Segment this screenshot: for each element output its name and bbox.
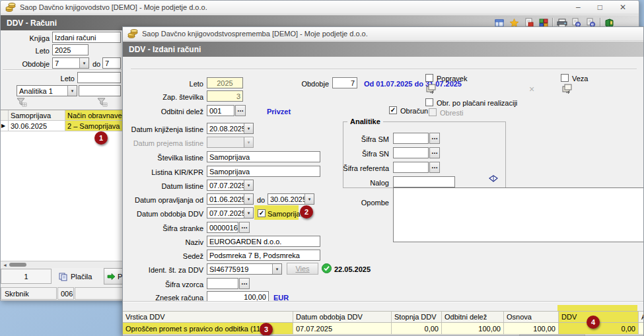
listina-kir-input[interactable]: Samoprijava — [207, 166, 320, 177]
obdobje-label: Obdobje — [6, 59, 50, 69]
sifra-referenta-lookup-button[interactable]: … — [429, 162, 440, 173]
leto-input[interactable]: 2025 — [52, 44, 89, 55]
close-icon[interactable]: ✕ — [620, 3, 626, 12]
form-obdobje-input[interactable]: 7 — [332, 77, 357, 88]
zap-stevilka-label: Zap. številka — [143, 92, 203, 102]
datum-opravljanja-do-select[interactable]: 30.06.2025 ▾ — [268, 193, 314, 205]
cell-nacin-obravnave[interactable]: 2 – Samoprijava — [65, 121, 124, 131]
cell-datum-obdobja[interactable]: 07.07.2025 — [293, 323, 392, 334]
col-datum-obdobja[interactable]: Datum obdobja DDV — [293, 312, 392, 322]
annotation-badge-4: 4 — [587, 316, 600, 329]
vat-grid-row[interactable]: Oproščen promet s pravico do odbitka (11… — [123, 323, 644, 335]
naziv-input[interactable]: EUROGARDEN d.o.o. — [207, 236, 320, 247]
filter-leto-label: Leto — [40, 73, 75, 84]
filter-funnel-icon[interactable] — [97, 98, 108, 107]
opombe-textarea[interactable] — [393, 187, 644, 242]
datum-knjizenja-label: Datum knjiženja listine — [136, 124, 203, 135]
datum-knjizenja-select[interactable]: 20.08.2025 ▾ — [207, 123, 254, 134]
sifra-sn-input[interactable] — [393, 147, 429, 158]
sifra-referenta-input[interactable] — [393, 162, 429, 173]
sifra-stranke-input[interactable]: 0000016 — [207, 222, 238, 233]
vies-button[interactable]: Vies — [287, 263, 318, 275]
cell-samoprijava[interactable]: 30.06.2025 — [9, 121, 65, 131]
col-osnova[interactable]: Osnova — [504, 312, 559, 322]
obracun-checkbox[interactable]: ✓ — [389, 106, 397, 114]
nalog-input[interactable] — [393, 176, 455, 187]
status-skrbnik: Skrbnik — [1, 287, 57, 300]
col-odbitni-delez[interactable]: Odbitni delež — [442, 312, 504, 322]
annotation-badge-1: 1 — [94, 131, 108, 145]
filter-leto-input[interactable] — [77, 72, 121, 83]
chevron-down-icon[interactable]: ▾ — [304, 194, 314, 204]
analitika-value-input[interactable] — [79, 85, 121, 96]
filter-funnel-icon[interactable] — [17, 98, 27, 107]
clear-veza-icon[interactable]: × — [529, 84, 534, 94]
main-window-title: Saop Davčno knjigovodstvo [DEMO] - Moje … — [20, 3, 207, 11]
chevron-down-icon[interactable]: ▾ — [244, 194, 253, 204]
cell-stopnja-ddv[interactable]: 0,00 — [392, 323, 442, 334]
samoprijava-checkbox[interactable]: ✓ — [258, 209, 266, 217]
form-obdobje-label: Obdobje — [276, 79, 329, 89]
sifra-vzorca-lookup-button[interactable]: … — [239, 278, 250, 289]
sifra-stranke-lookup-button[interactable]: … — [239, 222, 250, 233]
obdobje-do-input[interactable]: 7 — [102, 57, 121, 69]
scroll-left-icon[interactable]: ◄ — [1, 263, 9, 267]
column-header-samoprijava[interactable]: Samoprijava — [9, 110, 65, 120]
cell-av[interactable] — [639, 323, 644, 334]
datum-listine-select[interactable]: 07.07.2025 ▾ — [207, 180, 254, 191]
main-section-title: DDV - Računi — [7, 18, 57, 28]
horizontal-scrollbar[interactable]: ◄ — [1, 261, 124, 268]
chevron-down-icon[interactable]: ▾ — [67, 86, 77, 96]
obdobje-select[interactable]: 7 ▾ — [52, 57, 89, 69]
veza-link-icon[interactable] — [562, 84, 573, 94]
stevilka-listine-input[interactable]: Samoprijava — [207, 151, 320, 162]
analitika-select[interactable]: Analitika 1 ▾ — [17, 85, 77, 96]
status-operator: 006 — [57, 287, 74, 300]
row-marker-icon: ▶ — [1, 121, 9, 131]
coins-app-icon — [5, 3, 16, 12]
odbitni-delez-input[interactable]: 001 — [207, 105, 234, 116]
sifra-sm-lookup-button[interactable]: … — [429, 133, 440, 144]
green-arrow-icon — [107, 273, 116, 281]
chevron-down-icon[interactable]: ▾ — [244, 208, 253, 218]
main-titlebar[interactable]: Saop Davčno knjigovodstvo [DEMO] - Moje … — [1, 1, 639, 15]
col-av[interactable]: Av — [639, 312, 644, 322]
cell-osnova[interactable]: 100,00 — [504, 323, 559, 334]
cell-odbitni-delez[interactable]: 100,00 — [442, 323, 504, 334]
annotation-badge-2: 2 — [300, 205, 313, 218]
datum-opravljanja-od-select[interactable]: 01.06.2025 ▾ — [207, 193, 254, 205]
sedez-input[interactable]: Podsmreka 7 B, Podsmreka — [207, 250, 320, 261]
sifra-sn-lookup-button[interactable]: … — [429, 147, 440, 158]
vat-grid: Vrstica DDV Datum obdobja DDV Stopnja DD… — [123, 311, 644, 335]
placila-button[interactable]: Plačila — [56, 269, 94, 284]
chevron-down-icon[interactable]: ▾ — [272, 264, 281, 274]
veza-checkbox[interactable] — [561, 74, 569, 82]
divider — [131, 69, 637, 69]
obdobje-do-label: do — [92, 59, 102, 69]
col-stopnja-ddv[interactable]: Stopnja DDV — [392, 312, 442, 322]
popravek-link-icon[interactable] — [426, 84, 437, 94]
zap-stevilka-input: 3 — [207, 90, 243, 102]
chevron-down-icon[interactable]: ▾ — [244, 123, 253, 133]
datum-obdobja-select[interactable]: 07.07.2025 ▾ — [207, 207, 254, 218]
datum-opravljanja-do-label: do — [257, 195, 266, 205]
chevron-down-icon[interactable]: ▾ — [79, 58, 89, 68]
minimize-icon[interactable]: – — [576, 3, 581, 12]
sifra-vzorca-input[interactable] — [207, 278, 238, 289]
popravek-checkbox[interactable] — [425, 74, 433, 82]
col-vrstica-ddv[interactable]: Vrstica DDV — [123, 312, 293, 322]
divider — [3, 69, 122, 70]
knjiga-input[interactable]: Izdani računi — [52, 32, 121, 43]
maximize-icon[interactable]: □ — [598, 3, 602, 12]
ident-select[interactable]: SI46775919 ▾ — [207, 263, 282, 275]
table-row[interactable]: ▶ 30.06.2025 2 – Samoprijava — [1, 121, 124, 131]
notebook-icon[interactable] — [488, 174, 499, 183]
chevron-down-icon[interactable]: ▾ — [244, 180, 253, 190]
column-header-nacin-obravnave[interactable]: Način obravnave — [65, 110, 124, 120]
obresti-label: Obresti — [440, 108, 463, 118]
scrollbar-thumb[interactable] — [9, 263, 26, 267]
obr-placani-label: Obr. po plačani realizaciji — [437, 98, 517, 108]
sifra-sm-input[interactable] — [393, 133, 429, 144]
child-titlebar[interactable]: Saop Davčno knjigovodstvosprememba [DEMO… — [123, 27, 643, 41]
odbitni-delez-lookup-button[interactable]: … — [235, 105, 246, 116]
